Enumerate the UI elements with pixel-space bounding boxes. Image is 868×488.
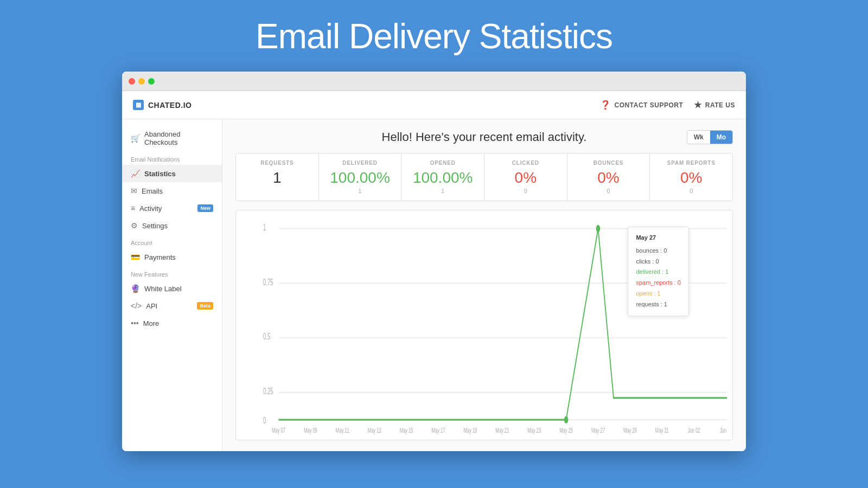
browser-titlebar	[122, 72, 746, 91]
sidebar-emails-label: Emails	[142, 187, 163, 195]
app-body: 🛒 Abandoned Checkouts Email Notification…	[122, 119, 746, 451]
svg-text:May 23: May 23	[527, 426, 541, 434]
logo-text: CHATED.IO	[148, 101, 192, 110]
stat-card-delivered: DELIVERED 100.00% 1	[319, 153, 402, 201]
svg-text:0.75: 0.75	[263, 277, 273, 287]
contact-support-button[interactable]: ❓ CONTACT SUPPORT	[600, 100, 683, 110]
bounces-sub: 0	[576, 188, 641, 194]
svg-text:May 13: May 13	[368, 426, 381, 434]
rate-us-label: RATE US	[705, 101, 735, 109]
requests-label: REQUESTS	[245, 160, 310, 166]
sidebar-item-emails[interactable]: ✉ Emails	[122, 182, 222, 200]
svg-text:May 19: May 19	[463, 426, 477, 434]
stat-card-spam: SPAM REPORTS 0% 0	[650, 153, 732, 201]
svg-text:0.25: 0.25	[263, 386, 273, 396]
svg-text:May 15: May 15	[400, 426, 413, 434]
sidebar-item-api[interactable]: </> API Beta	[122, 297, 222, 314]
sidebar-section-new: New Features	[122, 266, 222, 280]
whitelabel-icon: 🔮	[131, 284, 140, 293]
sidebar-item-more[interactable]: ••• More	[122, 314, 222, 332]
stats-row: REQUESTS 1 DELIVERED 100.00% 1 OPENED 10…	[235, 153, 733, 201]
chart-base-dot	[564, 416, 569, 423]
main-inner: Hello! Here's your recent email activity…	[222, 119, 746, 451]
sidebar-item-payments[interactable]: 💳 Payments	[122, 248, 222, 266]
svg-text:May 17: May 17	[432, 426, 445, 434]
page-title: Email Delivery Statistics	[256, 16, 612, 56]
star-icon: ★	[694, 100, 702, 110]
spam-sub: 0	[659, 188, 724, 194]
email-icon: ✉	[131, 187, 137, 195]
chart-svg: 1 0.75 0.5 0.25 0 May 07	[263, 216, 727, 434]
clicked-value: 0%	[493, 169, 558, 187]
activity-new-badge: New	[197, 204, 213, 212]
settings-icon: ⚙	[131, 221, 138, 230]
sidebar-item-settings[interactable]: ⚙ Settings	[122, 217, 222, 234]
clicked-label: CLICKED	[493, 160, 558, 166]
cart-icon: 🛒	[131, 134, 140, 143]
opened-sub: 1	[410, 188, 475, 194]
chart-container: 1 0.75 0.5 0.25 0 May 07	[235, 210, 733, 440]
greeting-text: Hello! Here's your recent email activity…	[382, 130, 587, 144]
close-dot[interactable]	[129, 78, 135, 85]
svg-text:May 31: May 31	[655, 426, 669, 434]
opened-value: 100.00%	[410, 169, 475, 187]
sidebar-activity-label: Activity	[139, 204, 162, 213]
browser-window: ▦ CHATED.IO ❓ CONTACT SUPPORT ★ RATE US …	[122, 72, 746, 451]
minimize-dot[interactable]	[138, 78, 145, 85]
wk-mo-toggle: Wk Mo	[687, 130, 733, 144]
sidebar-item-activity[interactable]: ≡ Activity New	[122, 200, 222, 217]
svg-text:May 11: May 11	[336, 426, 349, 434]
svg-text:May 27: May 27	[591, 426, 605, 434]
chart-peak-dot	[596, 225, 601, 232]
question-icon: ❓	[600, 100, 611, 110]
delivered-value: 100.00%	[328, 169, 393, 187]
stat-card-clicked: CLICKED 0% 0	[484, 153, 567, 201]
payments-icon: 💳	[131, 253, 140, 261]
sidebar-section-account: Account	[122, 234, 222, 248]
app-header: ▦ CHATED.IO ❓ CONTACT SUPPORT ★ RATE US	[122, 91, 746, 119]
svg-text:May 07: May 07	[272, 426, 285, 434]
svg-text:May 29: May 29	[623, 426, 637, 434]
more-icon: •••	[131, 319, 139, 328]
sidebar: 🛒 Abandoned Checkouts Email Notification…	[122, 119, 222, 451]
spam-label: SPAM REPORTS	[659, 160, 724, 166]
stat-card-bounces: BOUNCES 0% 0	[567, 153, 650, 201]
header-actions: ❓ CONTACT SUPPORT ★ RATE US	[600, 100, 735, 110]
sidebar-whitelabel-label: White Label	[144, 285, 182, 293]
api-beta-badge: Beta	[197, 302, 213, 310]
main-content: Hello! Here's your recent email activity…	[222, 119, 746, 451]
contact-support-label: CONTACT SUPPORT	[615, 101, 684, 109]
spam-value: 0%	[659, 169, 724, 187]
svg-text:May 21: May 21	[495, 426, 509, 434]
sidebar-settings-label: Settings	[142, 222, 168, 230]
app-logo[interactable]: ▦ CHATED.IO	[133, 100, 192, 110]
sidebar-item-statistics[interactable]: 📈 Statistics	[122, 165, 222, 182]
svg-text:1: 1	[263, 222, 266, 232]
sidebar-item-whitelabel[interactable]: 🔮 White Label	[122, 280, 222, 297]
rate-us-button[interactable]: ★ RATE US	[694, 100, 735, 110]
clicked-sub: 0	[493, 188, 558, 194]
sidebar-more-label: More	[143, 319, 159, 328]
mo-button[interactable]: Mo	[710, 131, 732, 144]
bounces-value: 0%	[576, 169, 641, 187]
svg-text:Jun 02: Jun 02	[688, 426, 700, 434]
stat-card-requests: REQUESTS 1	[236, 153, 319, 201]
activity-icon: ≡	[131, 204, 135, 213]
svg-text:May 09: May 09	[304, 426, 317, 434]
wk-button[interactable]: Wk	[687, 131, 710, 144]
sidebar-abandoned-label: Abandoned Checkouts	[144, 130, 213, 146]
top-bar: Hello! Here's your recent email activity…	[235, 130, 733, 144]
stat-card-opened: OPENED 100.00% 1	[401, 153, 484, 201]
bounces-label: BOUNCES	[576, 160, 641, 166]
logo-icon: ▦	[133, 100, 144, 110]
requests-value: 1	[245, 169, 310, 187]
api-icon: </>	[131, 301, 142, 310]
opened-label: OPENED	[410, 160, 475, 166]
chart-icon: 📈	[131, 169, 140, 178]
maximize-dot[interactable]	[148, 78, 155, 85]
delivered-label: DELIVERED	[328, 160, 393, 166]
svg-text:0.5: 0.5	[263, 332, 270, 342]
svg-text:May 25: May 25	[559, 426, 573, 434]
sidebar-statistics-label: Statistics	[144, 170, 176, 178]
sidebar-item-abandoned-checkouts[interactable]: 🛒 Abandoned Checkouts	[122, 126, 222, 151]
